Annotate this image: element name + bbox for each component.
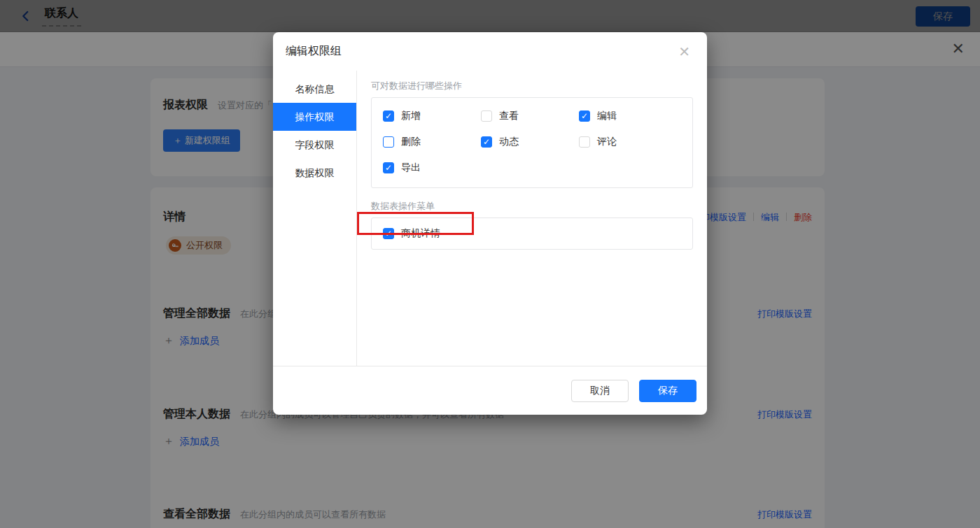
checkbox-unchecked-icon[interactable]	[481, 110, 492, 122]
tab-字段权限[interactable]: 字段权限	[273, 131, 356, 159]
checkbox-item-新增[interactable]: ✓新增	[383, 108, 481, 124]
edit-permission-group-modal: 编辑权限组 ✕ 名称信息操作权限字段权限数据权限 可对数据进行哪些操作 ✓新增查…	[273, 32, 707, 415]
checkbox-label: 新增	[401, 110, 421, 122]
modal-tab-list: 名称信息操作权限字段权限数据权限	[273, 71, 357, 366]
tab-名称信息[interactable]: 名称信息	[273, 75, 356, 103]
checkbox-label: 动态	[499, 136, 519, 148]
checkbox-checked-icon[interactable]: ✓	[383, 162, 394, 173]
tab-数据权限[interactable]: 数据权限	[273, 159, 356, 187]
checkbox-item-评论[interactable]: 评论	[579, 134, 677, 150]
checkbox-checked-icon[interactable]: ✓	[383, 228, 394, 239]
checkbox-unchecked-icon[interactable]	[383, 136, 394, 148]
checkbox-item-商机详情[interactable]: ✓商机详情	[383, 226, 440, 241]
save-button[interactable]: 保存	[639, 380, 696, 402]
menu-section-label: 数据表操作菜单	[371, 200, 693, 213]
checkbox-label: 查看	[499, 110, 519, 122]
tab-操作权限[interactable]: 操作权限	[273, 103, 356, 131]
checkbox-item-导出[interactable]: ✓导出	[383, 160, 481, 176]
menu-checkbox-group: ✓商机详情	[371, 217, 693, 250]
checkbox-checked-icon[interactable]: ✓	[481, 136, 492, 148]
op-section-label: 可对数据进行哪些操作	[371, 80, 693, 92]
checkbox-item-查看[interactable]: 查看	[481, 108, 579, 124]
modal-header: 编辑权限组 ✕	[273, 32, 707, 71]
checkbox-item-编辑[interactable]: ✓编辑	[579, 108, 677, 124]
modal-footer: 取消 保存	[273, 366, 707, 415]
op-checkbox-group: ✓新增查看✓编辑删除✓动态评论✓导出	[371, 97, 693, 188]
checkbox-label: 商机详情	[401, 227, 440, 240]
checkbox-checked-icon[interactable]: ✓	[579, 110, 590, 122]
modal-body: 名称信息操作权限字段权限数据权限 可对数据进行哪些操作 ✓新增查看✓编辑删除✓动…	[273, 71, 707, 366]
checkbox-label: 删除	[401, 136, 421, 148]
checkbox-item-删除[interactable]: 删除	[383, 134, 481, 150]
checkbox-checked-icon[interactable]: ✓	[383, 110, 394, 122]
cancel-button[interactable]: 取消	[571, 380, 629, 402]
checkbox-unchecked-icon[interactable]	[579, 136, 590, 148]
modal-title: 编辑权限组	[286, 44, 342, 59]
checkbox-label: 评论	[597, 136, 617, 148]
modal-content: 可对数据进行哪些操作 ✓新增查看✓编辑删除✓动态评论✓导出 数据表操作菜单 ✓商…	[357, 71, 707, 366]
checkbox-label: 导出	[401, 162, 421, 174]
modal-close-icon[interactable]: ✕	[678, 45, 690, 59]
checkbox-item-动态[interactable]: ✓动态	[481, 134, 579, 150]
checkbox-label: 编辑	[597, 110, 617, 122]
